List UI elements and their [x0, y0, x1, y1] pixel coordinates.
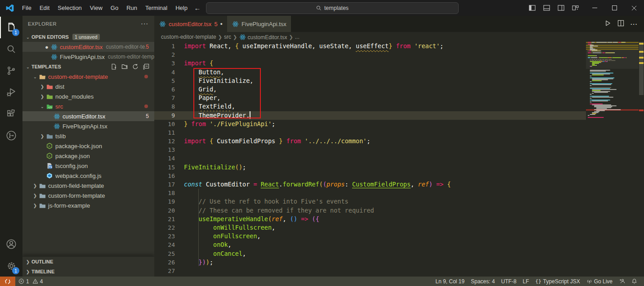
- menu-selection[interactable]: Selection: [54, 0, 85, 16]
- code-line-6[interactable]: 6 Grid,: [154, 85, 586, 94]
- code-line-25[interactable]: 25 onCancel,: [154, 250, 586, 258]
- activitybar-search[interactable]: [0, 38, 22, 60]
- code-line-19[interactable]: 19 // Use the ref to hook into Five's ev…: [154, 197, 586, 206]
- section-outline[interactable]: ❯OUTLINE: [22, 257, 154, 267]
- maximize-button[interactable]: [604, 0, 624, 16]
- toggle-sidebar-icon[interactable]: [526, 2, 538, 14]
- open-editor-FivePluginApi.tsx[interactable]: FivePluginApi.tsx custom-editor-templat.…: [22, 52, 154, 62]
- eol-sequence[interactable]: LF: [519, 277, 532, 286]
- code-line-13[interactable]: 13: [154, 145, 586, 154]
- breadcrumb-item[interactable]: ...: [295, 34, 300, 40]
- back-arrow-icon[interactable]: ←: [192, 4, 203, 12]
- tree-item-tslib[interactable]: ❯tslib: [22, 131, 154, 141]
- code-line-1[interactable]: 1import React, { useImperativeHandle, us…: [154, 42, 586, 50]
- tree-item-tsconfig.json[interactable]: TStsconfig.json: [22, 161, 154, 171]
- activitybar-run-debug[interactable]: [0, 82, 22, 103]
- menu-go[interactable]: Go: [107, 0, 122, 16]
- tree-item-package-lock.json[interactable]: jspackage-lock.json: [22, 141, 154, 151]
- code-line-11[interactable]: 11: [154, 128, 586, 137]
- templates-section-header[interactable]: ⌄ TEMPLATES: [22, 62, 154, 72]
- activitybar-explorer[interactable]: 1: [0, 17, 22, 38]
- breadcrumb-item[interactable]: custom-editor-template: [161, 34, 216, 40]
- cursor-position[interactable]: Ln 9, Col 19: [432, 277, 468, 286]
- go-live-button[interactable]: Go Live: [583, 277, 616, 286]
- menu-edit[interactable]: Edit: [36, 0, 54, 16]
- breadcrumb-item[interactable]: customEditor.tsx: [239, 33, 287, 41]
- indentation[interactable]: Spaces: 4: [468, 277, 498, 286]
- code-line-15[interactable]: 15FiveInitialize();: [154, 163, 586, 172]
- tree-item-custom-editor-template[interactable]: ⌄custom-editor-template: [22, 72, 154, 82]
- command-center-search[interactable]: templates: [206, 2, 459, 14]
- refresh-icon[interactable]: [132, 63, 139, 70]
- code-line-26[interactable]: 26 }));: [154, 258, 586, 267]
- open-editor-customEditor.tsx[interactable]: ● customEditor.tsx custom-editor-te... 5: [22, 42, 154, 52]
- new-file-icon[interactable]: [110, 63, 117, 70]
- tree-item-FivePluginApi.tsx[interactable]: FivePluginApi.tsx: [22, 121, 154, 131]
- feedback-button[interactable]: [616, 277, 628, 286]
- menu-file[interactable]: File: [18, 0, 36, 16]
- new-folder-icon[interactable]: [121, 63, 128, 70]
- code-line-27[interactable]: 27: [154, 267, 586, 275]
- code-editor[interactable]: 1import React, { useImperativeHandle, us…: [154, 42, 586, 277]
- split-editor-button[interactable]: [617, 20, 624, 28]
- tree-item-js-form-example[interactable]: ❯js-form-example: [22, 200, 154, 210]
- collapse-all-icon[interactable]: [143, 63, 150, 70]
- code-line-2[interactable]: 2: [154, 50, 586, 59]
- remote-indicator[interactable]: [0, 277, 15, 286]
- customize-layout-icon[interactable]: [569, 2, 581, 14]
- close-button[interactable]: [624, 0, 644, 16]
- tree-item-webpack.config.js[interactable]: webpack.config.js: [22, 171, 154, 181]
- code-line-8[interactable]: 8 TextField,: [154, 102, 586, 111]
- dirty-dot-icon[interactable]: ●: [220, 22, 223, 26]
- scrollbar-thumb[interactable]: [639, 42, 644, 95]
- code-line-12[interactable]: 12import { CustomFieldProps } from '../.…: [154, 137, 586, 145]
- toggle-secondary-sidebar-icon[interactable]: [555, 2, 567, 14]
- notifications-button[interactable]: [628, 277, 640, 286]
- activitybar-extensions[interactable]: [0, 103, 22, 125]
- minimap[interactable]: [586, 42, 639, 277]
- editor-scrollbar[interactable]: [639, 42, 644, 277]
- code-line-18[interactable]: 18: [154, 189, 586, 197]
- activitybar-settings[interactable]: 1: [0, 255, 22, 277]
- code-line-10[interactable]: 10} from './FivePluginApi';: [154, 120, 586, 128]
- encoding[interactable]: UTF-8: [498, 277, 519, 286]
- menu-view[interactable]: View: [86, 0, 107, 16]
- tree-item-custom-form-template[interactable]: ❯custom-form-template: [22, 191, 154, 200]
- activitybar-accounts[interactable]: [0, 233, 22, 255]
- tree-item-src[interactable]: ⌄</>src: [22, 101, 154, 111]
- minimize-button[interactable]: [585, 0, 604, 16]
- tab-customEditor[interactable]: customEditor.tsx 5 ●: [154, 16, 227, 32]
- menu-terminal[interactable]: Terminal: [141, 0, 171, 16]
- code-line-17[interactable]: 17const CustomEditor = React.forwardRef(…: [154, 180, 586, 189]
- code-line-23[interactable]: 23 onFullscreen,: [154, 232, 586, 241]
- breadcrumb-item[interactable]: src: [224, 34, 231, 40]
- code-line-14[interactable]: 14: [154, 154, 586, 163]
- activitybar-source-control[interactable]: [0, 60, 22, 82]
- code-line-3[interactable]: 3import {: [154, 59, 586, 68]
- run-button[interactable]: [604, 20, 611, 28]
- language-mode[interactable]: {} TypeScript JSX: [532, 277, 583, 286]
- menu-run[interactable]: Run: [122, 0, 141, 16]
- code-line-9[interactable]: 9 ThemeProvider,: [154, 111, 586, 120]
- code-line-20[interactable]: 20 // These can be removed if they are n…: [154, 206, 586, 215]
- tab-FivePluginApi[interactable]: FivePluginApi.tsx: [227, 16, 291, 32]
- more-actions-button[interactable]: ···: [631, 21, 638, 27]
- code-line-22[interactable]: 22 onWillFullscreen,: [154, 223, 586, 232]
- tree-item-node_modules[interactable]: ❯node_modules: [22, 91, 154, 101]
- menu-help[interactable]: Help: [171, 0, 192, 16]
- explorer-more-icon[interactable]: ···: [141, 21, 149, 27]
- tree-item-dist[interactable]: ❯dist: [22, 82, 154, 91]
- toggle-panel-icon[interactable]: [541, 2, 552, 14]
- code-line-7[interactable]: 7 Paper,: [154, 94, 586, 102]
- code-line-4[interactable]: 4 Button,: [154, 68, 586, 77]
- code-line-21[interactable]: 21 useImperativeHandle(ref, () => ({: [154, 215, 586, 223]
- tree-item-package.json[interactable]: jspackage.json: [22, 151, 154, 161]
- section-timeline[interactable]: ❯TIMELINE: [22, 267, 154, 277]
- problems-status[interactable]: 1 4: [15, 277, 46, 286]
- code-line-16[interactable]: 16: [154, 172, 586, 180]
- activitybar-remote-explorer[interactable]: [0, 125, 22, 146]
- open-editors-header[interactable]: ⌄ OPEN EDITORS 1 unsaved: [22, 32, 154, 42]
- code-line-24[interactable]: 24 onOk,: [154, 241, 586, 249]
- tree-item-customEditor.tsx[interactable]: customEditor.tsx5: [22, 111, 154, 121]
- tree-item-custom-field-template[interactable]: ❯custom-field-template: [22, 181, 154, 191]
